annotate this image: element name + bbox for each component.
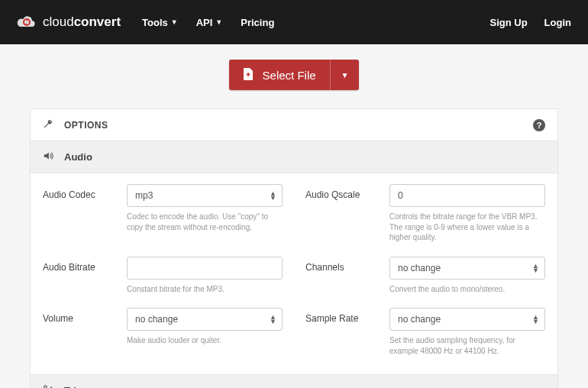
label-audio-codec: Audio Codec: [43, 184, 127, 243]
file-icon: [243, 68, 254, 82]
nav-tools[interactable]: Tools▼: [142, 17, 178, 28]
field-audio-bitrate: Audio Bitrate Constant bitrate for the M…: [43, 257, 283, 295]
help-audio-bitrate: Constant bitrate for the MP3.: [127, 284, 283, 295]
logo[interactable]: cloudconvert: [17, 15, 121, 30]
label-audio-bitrate: Audio Bitrate: [43, 257, 127, 295]
scissors-icon: [43, 384, 53, 388]
options-header: OPTIONS ?: [31, 109, 557, 141]
help-channels: Convert the audio to mono/stereo.: [389, 284, 545, 295]
audio-options: Audio Codec mp3 ▲▼ Codec to encode the a…: [31, 173, 557, 374]
label-sample-rate: Sample Rate: [305, 308, 389, 356]
label-volume: Volume: [43, 308, 127, 356]
select-file-dropdown[interactable]: ▼: [330, 60, 360, 90]
field-volume: Volume no change ▲▼ Make audio louder or…: [43, 308, 283, 356]
select-audio-codec[interactable]: mp3: [127, 184, 283, 207]
input-audio-bitrate[interactable]: [127, 257, 283, 280]
trim-title: Trim: [64, 385, 85, 388]
label-channels: Channels: [305, 257, 389, 295]
field-audio-qscale: Audio Qscale Controls the bitrate range …: [305, 184, 545, 243]
options-title: OPTIONS: [64, 120, 108, 131]
nav-links: Tools▼ API▼ Pricing: [142, 17, 274, 28]
trim-header: Trim: [31, 374, 557, 388]
help-audio-codec: Codec to encode the audio. Use "copy" to…: [127, 212, 283, 232]
help-icon[interactable]: ?: [533, 119, 545, 131]
nav-left: cloudconvert Tools▼ API▼ Pricing: [17, 15, 274, 30]
select-file-button[interactable]: Select File ▼: [229, 60, 360, 90]
cloud-icon: [17, 15, 37, 30]
navbar: cloudconvert Tools▼ API▼ Pricing Sign Up…: [0, 0, 588, 44]
field-audio-codec: Audio Codec mp3 ▲▼ Codec to encode the a…: [43, 184, 283, 243]
select-sample-rate[interactable]: no change: [389, 308, 545, 331]
input-audio-qscale[interactable]: [389, 184, 545, 207]
nav-api[interactable]: API▼: [196, 17, 223, 28]
wrench-icon: [43, 118, 53, 131]
field-sample-rate: Sample Rate no change ▲▼ Set the audio s…: [305, 308, 545, 356]
select-volume[interactable]: no change: [127, 308, 283, 331]
nav-signup[interactable]: Sign Up: [490, 17, 528, 28]
brand-thin: cloud: [43, 15, 74, 29]
field-channels: Channels no change ▲▼ Convert the audio …: [305, 257, 545, 295]
label-audio-qscale: Audio Qscale: [305, 184, 389, 243]
nav-pricing[interactable]: Pricing: [241, 17, 274, 28]
speaker-icon: [43, 150, 53, 163]
select-file-label: Select File: [263, 69, 316, 82]
nav-login[interactable]: Login: [544, 17, 571, 28]
help-volume: Make audio louder or quiter.: [127, 335, 283, 346]
chevron-down-icon: ▼: [215, 18, 222, 26]
help-sample-rate: Set the audio sampling frequency, for ex…: [389, 335, 545, 356]
audio-header: Audio: [31, 141, 557, 173]
options-panel: OPTIONS ? Audio Audio Codec mp3 ▲▼ Codec…: [30, 108, 558, 388]
help-audio-qscale: Controls the bitrate range for the VBR M…: [389, 212, 545, 243]
chevron-down-icon: ▼: [171, 18, 178, 26]
select-channels[interactable]: no change: [389, 257, 545, 280]
chevron-down-icon: ▼: [341, 71, 349, 79]
audio-title: Audio: [64, 151, 92, 163]
brand-bold: convert: [74, 15, 121, 29]
nav-right: Sign Up Login: [490, 17, 572, 28]
select-file-area: Select File ▼: [0, 44, 588, 108]
